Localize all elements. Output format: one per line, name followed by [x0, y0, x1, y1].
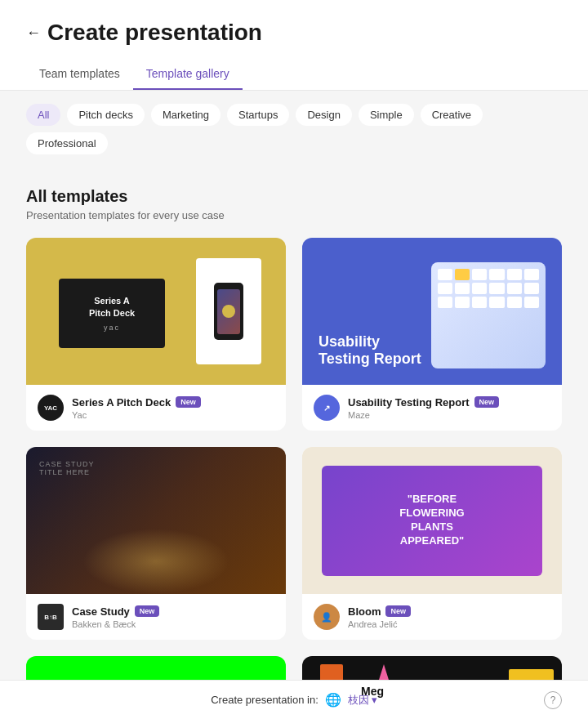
filter-design[interactable]: Design [296, 104, 351, 126]
thumbnail-bloom: "BEFOREFLOWERINGPLANTSAPPEARED" [302, 447, 562, 594]
keyboard-visual [431, 262, 546, 368]
template-card-pitch-deck[interactable]: Series APitch Deck yac YAC Series A Pitc… [26, 238, 286, 431]
pitch-white-overlay [196, 258, 261, 364]
template-card-casestudy[interactable]: CASE STUDYTITLE HERE B↑B Case Study New … [26, 447, 286, 640]
globe-icon: 🌐 [325, 692, 341, 708]
filter-creative[interactable]: Creative [421, 104, 483, 126]
template-info-bloom: 👤 Bloom New Andrea Jelić [302, 594, 562, 640]
avatar-andrea: 👤 [314, 604, 340, 630]
template-name-casestudy: Case Study [72, 605, 130, 618]
filter-bar: All Pitch decks Marketing Startups Desig… [0, 91, 588, 167]
template-info-usability: ↗ Usability Testing Report New Maze [302, 385, 562, 431]
filter-simple[interactable]: Simple [359, 104, 414, 126]
thumbnail-casestudy: CASE STUDYTITLE HERE [26, 447, 286, 594]
footer-bar: Create presentation in: 🌐 枝因 ▾ ? [0, 680, 588, 719]
template-card-usability[interactable]: UsabilityTesting Report [302, 238, 562, 431]
creator-usability: Maze [348, 410, 550, 420]
page-title: Create presentation [47, 20, 262, 46]
template-meta-bloom: Bloom New Andrea Jelić [348, 605, 550, 629]
template-name-usability: Usability Testing Report [348, 396, 470, 409]
filter-marketing[interactable]: Marketing [151, 104, 220, 126]
avatar-maze: ↗ [314, 395, 340, 421]
phone-mockup [214, 283, 243, 340]
thumbnail-pitch: Series APitch Deck yac [26, 238, 286, 385]
template-meta-casestudy: Case Study New Bakken & Bæck [72, 605, 274, 629]
new-badge-casestudy: New [135, 605, 160, 617]
template-name-pitch: Series A Pitch Deck [72, 396, 171, 409]
creator-pitch: Yac [72, 410, 274, 420]
template-card-bloom[interactable]: "BEFOREFLOWERINGPLANTSAPPEARED" 👤 Bloom … [302, 447, 562, 640]
template-name-bloom: Bloom [348, 605, 381, 618]
new-badge-usability: New [474, 396, 500, 408]
avatar-bakken: B↑B [38, 604, 64, 630]
casestudy-glow [82, 529, 229, 594]
header: ← Create presentation Team templates Tem… [0, 0, 588, 91]
template-info-pitch: YAC Series A Pitch Deck New Yac [26, 385, 286, 431]
help-button[interactable]: ? [544, 691, 562, 709]
template-meta-usability: Usability Testing Report New Maze [348, 396, 550, 420]
filter-professional[interactable]: Professional [26, 132, 108, 154]
avatar-yac: YAC [38, 395, 64, 421]
pitch-card-overlay: Series APitch Deck yac [59, 279, 165, 348]
template-info-casestudy: B↑B Case Study New Bakken & Bæck [26, 594, 286, 640]
new-badge-bloom: New [385, 605, 411, 617]
creator-bloom: Andrea Jelić [348, 619, 550, 629]
meg-text: Meg [361, 685, 384, 698]
tab-bar: Team templates Template gallery [26, 59, 562, 90]
template-meta-pitch: Series A Pitch Deck New Yac [72, 396, 274, 420]
bloom-inner: "BEFOREFLOWERINGPLANTSAPPEARED" [322, 466, 542, 576]
section-subtitle: Presentation templates for every use cas… [26, 209, 562, 221]
filter-all[interactable]: All [26, 104, 60, 126]
thumbnail-usability: UsabilityTesting Report [302, 238, 562, 385]
tab-team-templates[interactable]: Team templates [26, 59, 133, 90]
back-button[interactable]: ← [26, 25, 41, 42]
footer-label: Create presentation in: [211, 694, 318, 706]
casestudy-label-text: CASE STUDYTITLE HERE [39, 460, 95, 476]
filter-startups[interactable]: Startups [227, 104, 289, 126]
main-content: All templates Presentation templates for… [0, 167, 588, 719]
tab-template-gallery[interactable]: Template gallery [133, 59, 243, 90]
templates-grid: Series APitch Deck yac YAC Series A Pitc… [26, 238, 562, 640]
new-badge-pitch: New [176, 396, 201, 408]
filter-pitch-decks[interactable]: Pitch decks [67, 104, 144, 126]
back-navigation: ← Create presentation [26, 20, 562, 46]
creator-casestudy: Bakken & Bæck [72, 619, 274, 629]
section-title: All templates [26, 187, 562, 206]
